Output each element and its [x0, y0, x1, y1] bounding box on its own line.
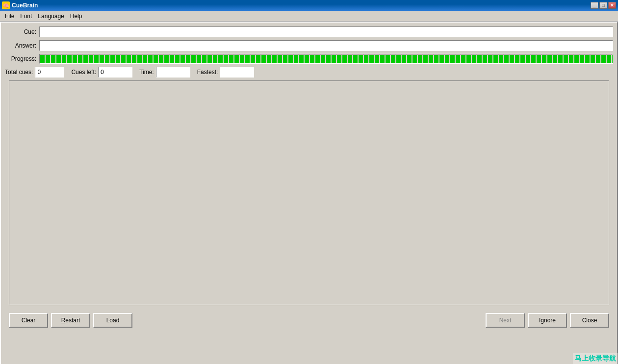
progress-segment — [100, 55, 104, 63]
progress-segment — [337, 55, 341, 63]
progress-segment — [434, 55, 438, 63]
progress-segment — [180, 55, 185, 63]
button-bar: Clear Restart Load Next Ignore Close — [5, 309, 613, 332]
progress-segment — [493, 55, 498, 63]
progress-segment — [46, 55, 50, 63]
progress-segment — [364, 55, 368, 63]
stats-row: Total cues: Cues left: Time: Fastest: — [5, 67, 613, 78]
answer-label: Answer: — [5, 42, 39, 49]
progress-bar — [39, 54, 613, 64]
progress-segment — [116, 55, 120, 63]
progress-segment — [89, 55, 93, 63]
progress-segment — [580, 55, 584, 63]
progress-segment — [213, 55, 217, 63]
progress-segment — [62, 55, 66, 63]
progress-segment — [396, 55, 401, 63]
progress-segment — [186, 55, 190, 63]
progress-segment — [380, 55, 385, 63]
ignore-button[interactable]: Ignore — [528, 313, 567, 328]
progress-segment — [202, 55, 206, 63]
progress-segment — [456, 55, 460, 63]
progress-segment — [537, 55, 541, 63]
close-window-button[interactable]: ✕ — [608, 2, 616, 9]
progress-segment — [596, 55, 600, 63]
progress-segment — [110, 55, 115, 63]
cue-label: Cue: — [5, 28, 39, 35]
progress-segment — [278, 55, 282, 63]
progress-segment — [461, 55, 465, 63]
progress-segment — [245, 55, 250, 63]
time-input[interactable] — [156, 67, 190, 78]
progress-segment — [407, 55, 412, 63]
minimize-button[interactable]: _ — [591, 2, 598, 9]
progress-label: Progress: — [5, 55, 39, 62]
total-cues-label: Total cues: — [5, 69, 33, 76]
menu-language[interactable]: Language — [35, 12, 67, 21]
maximize-button[interactable]: □ — [599, 2, 607, 9]
progress-segment — [553, 55, 557, 63]
progress-segment — [418, 55, 422, 63]
progress-segment — [439, 55, 444, 63]
progress-segment — [261, 55, 266, 63]
next-button[interactable]: Next — [486, 313, 525, 328]
progress-segment — [283, 55, 287, 63]
progress-segment — [294, 55, 298, 63]
progress-segment — [558, 55, 563, 63]
progress-segment — [526, 55, 530, 63]
menu-bar: File Font Language Help — [0, 11, 618, 22]
progress-segment — [229, 55, 233, 63]
close-button[interactable]: Close — [570, 313, 609, 328]
progress-segment — [531, 55, 536, 63]
progress-segment — [450, 55, 455, 63]
progress-segment — [256, 55, 260, 63]
progress-segment — [105, 55, 109, 63]
progress-segment — [375, 55, 379, 63]
answer-input[interactable] — [39, 40, 613, 51]
progress-segment — [164, 55, 169, 63]
progress-segment — [78, 55, 82, 63]
cues-left-input[interactable] — [98, 67, 132, 78]
cues-left-label: Cues left: — [71, 69, 96, 76]
progress-segment — [601, 55, 606, 63]
progress-segment — [429, 55, 433, 63]
progress-segment — [251, 55, 255, 63]
clear-button[interactable]: Clear — [9, 313, 48, 328]
progress-segment — [127, 55, 131, 63]
progress-segment — [207, 55, 212, 63]
progress-segment — [326, 55, 331, 63]
progress-segment — [353, 55, 358, 63]
menu-file[interactable]: File — [2, 12, 17, 21]
progress-segment — [585, 55, 590, 63]
progress-segment — [132, 55, 136, 63]
progress-segment — [191, 55, 196, 63]
progress-segment — [267, 55, 271, 63]
progress-segment — [51, 55, 55, 63]
progress-segment — [170, 55, 174, 63]
main-window: Cue: Answer: Progress: Total cues: Cues … — [0, 22, 618, 364]
watermark: 马上收录导航 — [573, 353, 618, 364]
progress-row: Progress: — [5, 54, 613, 64]
restart-button[interactable]: Restart — [51, 313, 90, 328]
progress-segment — [359, 55, 363, 63]
progress-segment — [315, 55, 320, 63]
total-cues-input[interactable] — [35, 67, 64, 78]
progress-segment — [591, 55, 595, 63]
load-button[interactable]: Load — [93, 313, 132, 328]
progress-segment — [143, 55, 147, 63]
progress-segment — [73, 55, 77, 63]
app-title: CueBrain — [12, 2, 38, 9]
progress-segment — [175, 55, 180, 63]
progress-segment — [288, 55, 293, 63]
progress-segment — [348, 55, 352, 63]
cue-input[interactable] — [39, 26, 613, 37]
menu-font[interactable]: Font — [17, 12, 35, 21]
progress-segment — [272, 55, 277, 63]
progress-segment — [218, 55, 223, 63]
progress-segment — [369, 55, 374, 63]
progress-segment — [612, 55, 613, 63]
progress-segment — [305, 55, 309, 63]
app-icon: 🧠 — [2, 1, 10, 9]
fastest-input[interactable] — [220, 67, 254, 78]
progress-segment — [67, 55, 72, 63]
menu-help[interactable]: Help — [67, 12, 85, 21]
